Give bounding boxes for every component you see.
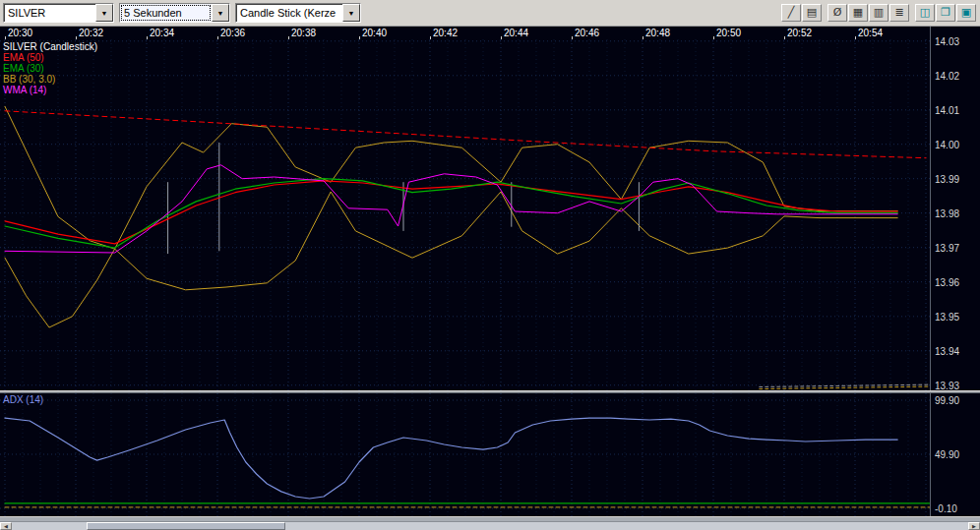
interval-select[interactable]: 5 Sekunden ▼ xyxy=(119,3,230,23)
time-axis-label: 20:38 xyxy=(291,28,316,38)
legend-item: BB (30, 3.0) xyxy=(3,74,97,85)
time-axis-label: 20:46 xyxy=(575,28,599,38)
legend-item: EMA (50) xyxy=(3,52,97,63)
list-button[interactable]: ≣ xyxy=(889,4,909,22)
toolbar-icon-group: ◫❐▣ xyxy=(915,4,976,22)
toolbar-icon-group: Ø▦▥≣ xyxy=(827,4,909,22)
symbol-select[interactable]: SILVER ▼ xyxy=(3,3,114,23)
adx-tick-label: -0.10 xyxy=(935,503,957,514)
scrollbar-thumb[interactable] xyxy=(87,522,285,530)
price-tick-label: 14.01 xyxy=(935,105,959,116)
time-axis-label: 20:48 xyxy=(645,28,670,38)
legend-item: WMA (14) xyxy=(3,85,97,95)
symbol-select-value: SILVER xyxy=(4,4,95,22)
indicator-chart-button[interactable]: ▤ xyxy=(802,4,822,22)
maximize-window-button[interactable]: ▣ xyxy=(956,4,976,22)
new-window-button[interactable]: ❐ xyxy=(936,4,955,22)
scroll-left-button[interactable]: ◀ xyxy=(0,522,12,530)
charttype-select-value: Candle Stick (Kerze xyxy=(236,4,342,22)
legend-item: SILVER (Candlestick) xyxy=(3,41,97,52)
time-axis-label: 20:40 xyxy=(362,28,387,38)
panel-separator[interactable] xyxy=(0,390,980,393)
split-window-button[interactable]: ◫ xyxy=(915,4,935,22)
top-toolbar: SILVER ▼ 5 Sekunden ▼ Candle Stick (Kerz… xyxy=(0,0,980,27)
grid-button[interactable]: ▦ xyxy=(848,4,868,22)
columns-button[interactable]: ▥ xyxy=(869,4,888,22)
time-axis-label: 20:50 xyxy=(716,28,741,38)
adx-panel-legend: ADX (14) xyxy=(3,394,43,405)
time-axis-label: 20:52 xyxy=(787,28,812,38)
time-axis-label: 20:32 xyxy=(79,28,103,38)
chevron-down-icon[interactable]: ▼ xyxy=(212,4,229,22)
time-axis-label: 20:34 xyxy=(150,28,174,38)
chart-plot-area[interactable] xyxy=(0,39,930,516)
horizontal-scrollbar[interactable]: ◀ ▶ xyxy=(0,521,980,530)
price-tick-label: 14.03 xyxy=(935,36,959,47)
scroll-right-button[interactable]: ▶ xyxy=(968,522,980,530)
draw-line-button[interactable]: ╱ xyxy=(781,4,801,22)
chart-bottom-border xyxy=(0,516,980,521)
price-axis: 14.0314.0214.0114.0013.9913.9813.9713.96… xyxy=(930,27,980,516)
price-panel-legend: SILVER (Candlestick)EMA (50)EMA (30)BB (… xyxy=(3,41,97,95)
price-tick-label: 13.98 xyxy=(935,208,959,219)
time-axis-label: 20:42 xyxy=(433,28,458,38)
empty-set-button[interactable]: Ø xyxy=(827,4,847,22)
price-tick-label: 13.97 xyxy=(935,243,959,254)
toolbar-icon-groups: ╱▤Ø▦▥≣◫❐▣ xyxy=(781,4,976,22)
price-tick-label: 13.95 xyxy=(935,312,959,323)
charttype-select[interactable]: Candle Stick (Kerze ▼ xyxy=(235,3,361,23)
time-axis-label: 20:36 xyxy=(220,28,245,38)
price-tick-label: 13.99 xyxy=(935,174,959,185)
price-tick-label: 13.96 xyxy=(935,277,959,288)
interval-select-value: 5 Sekunden xyxy=(120,4,212,22)
adx-tick-label: 99.90 xyxy=(935,395,959,406)
chevron-down-icon[interactable]: ▼ xyxy=(342,4,360,22)
toolbar-icon-group: ╱▤ xyxy=(781,4,822,22)
time-axis-label: 20:44 xyxy=(504,28,528,38)
time-axis-label: 20:54 xyxy=(858,28,883,38)
time-axis: 20:3020:3220:3420:3620:3820:4020:4220:44… xyxy=(0,27,930,39)
adx-tick-label: 49.90 xyxy=(935,449,959,460)
chevron-down-icon[interactable]: ▼ xyxy=(95,4,113,22)
legend-item: ADX (14) xyxy=(3,394,43,405)
price-tick-label: 13.94 xyxy=(935,346,959,357)
legend-item: EMA (30) xyxy=(3,63,97,74)
chart-area: 20:3020:3220:3420:3620:3820:4020:4220:44… xyxy=(0,27,980,521)
time-axis-label: 20:30 xyxy=(8,28,32,38)
price-tick-label: 14.00 xyxy=(935,140,959,150)
price-tick-label: 14.02 xyxy=(935,71,959,82)
